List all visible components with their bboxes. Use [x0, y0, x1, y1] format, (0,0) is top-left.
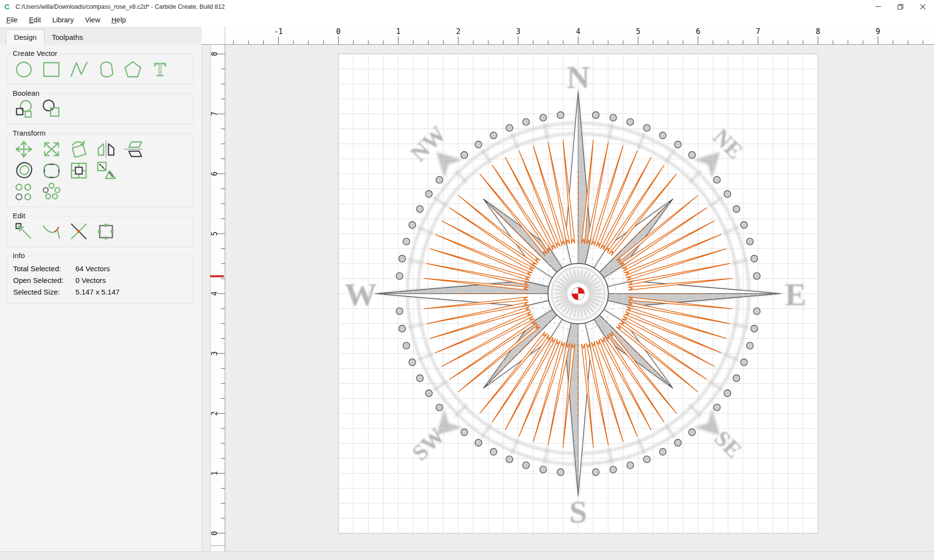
create-vector-panel: Create Vector T — [7, 53, 194, 85]
svg-text:6: 6 — [210, 172, 219, 176]
move-icon[interactable] — [12, 139, 36, 160]
flip-horizontal-icon[interactable] — [94, 139, 118, 160]
transform-panel: Transform — [7, 133, 194, 207]
scale-measure-icon[interactable] — [94, 160, 118, 181]
text-icon[interactable]: T — [148, 59, 173, 80]
svg-text:4: 4 — [576, 27, 580, 36]
close-button[interactable] — [912, 0, 934, 13]
sidebar: Design Toolpaths Create Vector T Boolean… — [0, 27, 202, 551]
boolean-panel: Boolean — [7, 93, 194, 124]
info-panel: Info Total Selected:64 VectorsOpen Selec… — [7, 256, 194, 304]
svg-text:8: 8 — [816, 27, 820, 36]
svg-text:9: 9 — [876, 27, 880, 36]
tab-row: Design Toolpaths — [0, 27, 201, 45]
boolean-title: Boolean — [10, 89, 42, 97]
rectangle-icon[interactable] — [39, 59, 64, 80]
edit-title: Edit — [10, 211, 28, 220]
menu-view[interactable]: View — [80, 15, 105, 25]
info-row: Total Selected:64 Vectors — [13, 264, 187, 273]
center-origin-marker — [572, 287, 585, 300]
polygon-icon[interactable] — [121, 59, 145, 80]
info-label: Selected Size: — [13, 288, 75, 296]
svg-text:6: 6 — [696, 27, 700, 36]
menu-library[interactable]: Library — [47, 15, 78, 25]
menu-bar: FileEditLibraryViewHelp — [0, 13, 934, 27]
join-icon[interactable] — [67, 221, 91, 243]
info-value: 64 Vectors — [75, 264, 110, 273]
info-value: 5.147 x 5.147 — [75, 288, 120, 296]
grid-array-icon[interactable] — [12, 181, 36, 203]
scale-icon[interactable] — [39, 139, 64, 160]
svg-text:5: 5 — [636, 27, 640, 36]
info-row: Selected Size:5.147 x 5.147 — [13, 288, 187, 296]
design-canvas[interactable]: NESWNESESWNW — [225, 45, 934, 551]
info-label: Open Selected: — [13, 276, 75, 284]
restore-button[interactable] — [889, 0, 912, 13]
svg-text:7: 7 — [756, 27, 760, 36]
svg-text:8: 8 — [210, 52, 219, 56]
svg-text:0: 0 — [336, 27, 341, 36]
svg-text:-1: -1 — [274, 27, 283, 36]
circle-icon[interactable] — [12, 59, 36, 80]
trim-icon[interactable] — [39, 221, 64, 243]
tab-design[interactable]: Design — [6, 29, 45, 45]
panel-area: Create Vector T Boolean Transform Edit I… — [0, 45, 201, 551]
svg-text:7: 7 — [210, 112, 219, 116]
window-title: C:/Users/willa/Downloads/compass_rose_v8… — [16, 3, 225, 10]
fillet-icon[interactable] — [39, 160, 64, 181]
info-label: Total Selected: — [13, 264, 75, 273]
bounding-box-icon[interactable] — [94, 221, 118, 243]
title-bar[interactable]: C C:/Users/willa/Downloads/compass_rose_… — [0, 0, 934, 13]
offset-icon[interactable] — [12, 160, 36, 181]
svg-text:0: 0 — [210, 531, 219, 535]
tab-toolpaths[interactable]: Toolpaths — [44, 30, 90, 45]
transform-title: Transform — [10, 129, 48, 137]
svg-text:T: T — [154, 59, 166, 80]
curve-icon[interactable] — [94, 59, 118, 80]
align-center-icon[interactable] — [67, 160, 91, 181]
polyline-icon[interactable] — [67, 59, 91, 80]
info-title: Info — [10, 251, 27, 260]
svg-text:2: 2 — [456, 27, 460, 36]
flip-vertical-icon[interactable] — [121, 139, 145, 160]
edit-panel: Edit — [7, 216, 194, 247]
svg-text:3: 3 — [210, 351, 219, 356]
svg-text:3: 3 — [516, 27, 521, 36]
cursor-position-mark — [210, 275, 224, 277]
svg-text:5: 5 — [210, 231, 219, 236]
create-vector-title: Create Vector — [10, 49, 60, 57]
boolean-subtract-icon[interactable] — [39, 99, 64, 120]
application-window: C C:/Users/willa/Downloads/compass_rose_… — [0, 0, 934, 560]
menu-edit[interactable]: Edit — [24, 15, 46, 25]
ruler-corner — [201, 27, 225, 45]
menu-help[interactable]: Help — [107, 15, 131, 25]
boolean-union-icon[interactable] — [12, 99, 36, 120]
svg-text:1: 1 — [210, 471, 219, 475]
info-value: 0 Vectors — [75, 276, 106, 284]
menu-file[interactable]: File — [1, 15, 22, 25]
rotate-icon[interactable] — [67, 139, 91, 160]
compass-letter-W: W — [345, 277, 377, 312]
horizontal-ruler: -10123456789 — [225, 27, 934, 45]
status-strip — [0, 551, 934, 560]
node-edit-icon[interactable] — [12, 221, 36, 243]
minimize-button[interactable] — [867, 0, 889, 13]
svg-text:2: 2 — [210, 411, 219, 416]
svg-text:1: 1 — [396, 27, 400, 36]
svg-text:4: 4 — [210, 291, 219, 296]
window-controls — [867, 0, 934, 13]
circular-array-icon[interactable] — [39, 181, 64, 203]
app-logo-icon: C — [4, 3, 11, 10]
info-row: Open Selected:0 Vectors — [13, 276, 187, 284]
vertical-ruler: 012345678 — [210, 45, 225, 551]
